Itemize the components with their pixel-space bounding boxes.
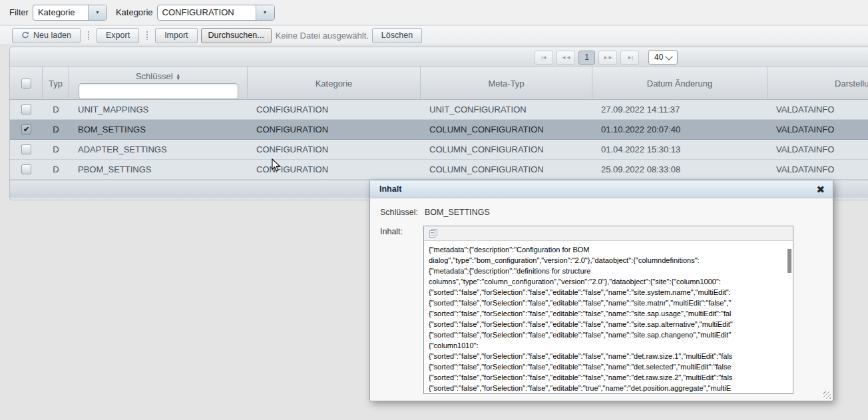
cell-schluessel: PBOM_SETTINGS — [69, 160, 248, 179]
browse-file-button[interactable]: Durchsuchen... — [201, 28, 272, 43]
cell-typ: D — [43, 120, 69, 139]
mouse-cursor — [272, 158, 281, 175]
sort-icon[interactable]: ▲▼ — [176, 73, 180, 80]
page-size-value: 40 — [649, 53, 666, 62]
no-file-selected-text: Keine Datei ausgewählt. — [276, 31, 369, 41]
content-toolbar — [424, 226, 793, 241]
dialog-title: Inhalt — [379, 184, 816, 194]
cell-kategorie: CONFIGURATION — [248, 100, 421, 119]
toolbar: Neu laden Export Import Durchsuchen... K… — [0, 25, 868, 45]
next-page-button[interactable]: ►► — [598, 51, 617, 65]
delete-button[interactable]: Löschen — [372, 28, 422, 43]
reload-button[interactable]: Neu laden — [12, 28, 81, 43]
cell-typ: D — [43, 160, 69, 179]
app-screen: { "filter_bar": { "filter_label": "Filte… — [0, 0, 868, 420]
reload-button-label: Neu laden — [33, 31, 71, 40]
kategorie-value: CONFIGURATION — [158, 5, 256, 20]
export-button[interactable]: Export — [97, 28, 139, 43]
prev-page-button[interactable]: ◄◄ — [556, 51, 575, 65]
table-row[interactable]: D ADAPTER_SETTINGS CONFIGURATION COLUMN_… — [10, 140, 868, 160]
current-page-button[interactable]: 1 — [578, 51, 595, 65]
select-all-header-cell — [10, 67, 43, 99]
pager-controls: |◄ ◄◄ 1 ►► ►| 40 — [535, 50, 678, 65]
toolbar-separator-grip — [146, 31, 148, 40]
content-box: {"metadata":{"description":"Configuratio… — [423, 226, 793, 394]
export-button-label: Export — [106, 31, 130, 40]
last-page-button[interactable]: ►| — [620, 51, 639, 65]
dropdown-arrow-icon[interactable]: ▼ — [88, 5, 107, 20]
table-row-selected[interactable]: ✔ D BOM_SETTINGS CONFIGURATION COLUMN_CO… — [10, 120, 868, 140]
delete-button-label: Löschen — [381, 31, 413, 40]
column-header-darstellung[interactable]: Darstellung — [767, 67, 868, 99]
column-header-label: Meta-Typ — [488, 79, 524, 89]
cell-meta-typ: COLUMN_CONFIGURATION — [421, 120, 592, 139]
filter-label: Filter — [9, 7, 29, 17]
cell-darstellung: VALDATAINFO — [767, 140, 868, 159]
column-header-schluessel[interactable]: Schlüssel ▲▼ — [69, 67, 248, 99]
cell-darstellung: VALDATAINFO — [767, 100, 868, 119]
schluessel-value: BOM_SETTINGS — [425, 208, 490, 217]
filter-type-value: Kategorie — [33, 5, 88, 20]
dropdown-arrow-icon[interactable]: ▼ — [256, 5, 274, 20]
column-header-label: Darstellung — [835, 79, 868, 89]
cell-typ: D — [43, 140, 69, 159]
cell-kategorie: CONFIGURATION — [248, 120, 421, 139]
cell-schluessel: BOM_SETTINGS — [69, 120, 248, 139]
cell-meta-typ: COLUMN_CONFIGURATION — [421, 140, 592, 159]
column-header-label: Schlüssel — [136, 71, 173, 81]
column-header-datum-aenderung[interactable]: Datum Änderung — [592, 67, 767, 99]
content-json-text[interactable]: {"metadata":{"description":"Configuratio… — [424, 241, 793, 393]
cell-meta-typ: COLUMN_CONFIGURATION — [421, 160, 592, 179]
cell-datum: 01.10.2022 20:07:40 — [592, 120, 767, 139]
kategorie-dropdown[interactable]: CONFIGURATION ▼ — [157, 5, 275, 21]
column-header-label: Kategorie — [316, 79, 353, 89]
cell-datum: 01.04.2022 15:30:13 — [592, 140, 767, 159]
reload-icon — [21, 31, 29, 39]
column-header-meta-typ[interactable]: Meta-Typ — [421, 67, 592, 99]
cell-darstellung: VALDATAINFO — [767, 120, 868, 139]
import-button-label: Import — [164, 31, 188, 40]
cell-meta-typ: UNIT_CONFIGURATION — [421, 100, 592, 119]
table-row[interactable]: D UNIT_MAPPINGS CONFIGURATION UNIT_CONFI… — [10, 100, 868, 120]
row-checkbox[interactable] — [21, 144, 31, 154]
table-row[interactable]: D PBOM_SETTINGS CONFIGURATION COLUMN_CON… — [10, 160, 868, 180]
cell-schluessel: ADAPTER_SETTINGS — [69, 140, 248, 159]
row-checkbox-checked[interactable]: ✔ — [21, 124, 31, 134]
dialog-title-bar[interactable]: Inhalt ✖ — [370, 180, 833, 198]
column-header-label: Typ — [49, 79, 63, 89]
cell-darstellung: VALDATAINFO — [767, 160, 868, 179]
row-checkbox[interactable] — [21, 105, 31, 114]
page-size-select[interactable]: 40 — [648, 50, 678, 65]
cell-schluessel: UNIT_MAPPINGS — [69, 100, 248, 119]
paginator-bar: |◄ ◄◄ 1 ►► ►| 40 — [10, 47, 868, 67]
inhalt-dialog: Inhalt ✖ Schlüssel: BOM_SETTINGS Inhalt:… — [369, 180, 833, 401]
schluessel-filter-input[interactable] — [79, 83, 238, 99]
select-all-checkbox[interactable] — [21, 79, 31, 89]
cell-typ: D — [43, 100, 69, 119]
filter-bar: Filter Kategorie ▼ Kategorie CONFIGURATI… — [0, 0, 868, 25]
inhalt-label: Inhalt: — [380, 227, 403, 236]
filter-type-dropdown[interactable]: Kategorie ▼ — [33, 5, 107, 21]
scrollbar-thumb[interactable] — [787, 249, 791, 273]
close-icon[interactable]: ✖ — [816, 184, 825, 194]
data-grid-panel: |◄ ◄◄ 1 ►► ►| 40 Typ Schlüssel — [9, 47, 868, 200]
import-button[interactable]: Import — [155, 28, 197, 43]
column-header-label: Datum Änderung — [647, 79, 712, 89]
column-header-typ[interactable]: Typ — [43, 67, 69, 99]
row-checkbox[interactable] — [21, 164, 31, 174]
toolbar-separator-grip — [87, 31, 90, 40]
chevron-down-icon — [665, 53, 672, 60]
cell-datum: 27.09.2022 14:11:37 — [592, 100, 767, 119]
cell-kategorie: CONFIGURATION — [248, 140, 421, 159]
first-page-button[interactable]: |◄ — [535, 51, 553, 65]
schluessel-label: Schlüssel: — [380, 208, 418, 217]
kategorie-label: Kategorie — [116, 7, 153, 17]
browse-file-label: Durchsuchen... — [208, 31, 264, 40]
cell-datum: 25.09.2022 08:33:08 — [592, 160, 767, 179]
table-header-row: Typ Schlüssel ▲▼ Kategorie Meta-Typ Datu… — [10, 67, 868, 100]
copy-icon[interactable] — [429, 228, 439, 238]
resize-handle[interactable] — [823, 391, 831, 399]
column-header-kategorie[interactable]: Kategorie — [248, 67, 421, 99]
content-scrollbar[interactable] — [787, 244, 791, 391]
